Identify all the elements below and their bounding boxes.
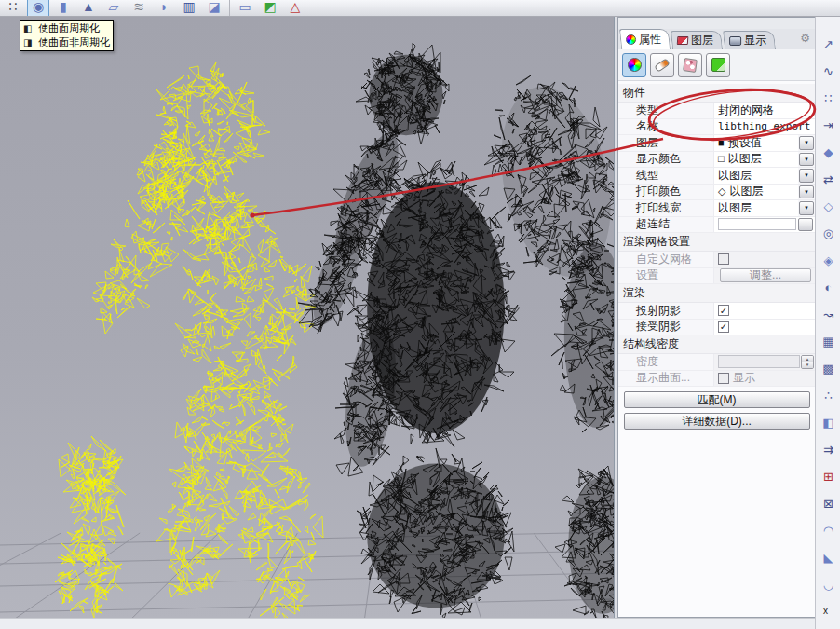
half-plane-tool-icon[interactable]: ◧ <box>818 412 839 433</box>
texture-icon <box>683 58 698 73</box>
display-color-swatch: □ <box>718 154 725 164</box>
sweep-surface-tool-icon[interactable]: ◡ <box>818 574 839 595</box>
menu-item-make-nonperiodic[interactable]: ◨ 使曲面非周期化 <box>23 35 110 49</box>
object-properties-view-button[interactable] <box>622 53 646 77</box>
crossed-frame-tool-icon[interactable]: ⊠ <box>818 493 839 514</box>
tab-properties-label: 属性 <box>639 32 661 48</box>
section-render-label: 渲染 <box>623 285 645 301</box>
panel-tabs: 属性 图层 显示 ⚙ <box>618 29 815 49</box>
cylinder-surface-tool-icon[interactable]: ▮ <box>52 0 75 17</box>
custom-mesh-checkbox[interactable] <box>718 253 729 265</box>
draft-angle-tool-icon[interactable]: △ <box>284 0 306 17</box>
details-button[interactable]: 详细数据(D)... <box>624 413 810 430</box>
control-points-grid-tool-icon[interactable]: ∷ <box>2 0 24 17</box>
analysis-rainbow-tool-icon[interactable]: ◩ <box>259 0 281 17</box>
cast-shadows-value: ✓ <box>713 303 815 319</box>
viewport-canvas[interactable] <box>0 17 614 618</box>
notes-view-button[interactable] <box>706 53 730 77</box>
section-render: 渲染 <box>618 284 815 303</box>
adjust-button[interactable]: 调整... <box>720 268 811 282</box>
cast-shadows-checkbox[interactable]: ✓ <box>718 305 729 316</box>
toolbar-close-icon[interactable]: x <box>823 606 828 616</box>
print-color-combobox[interactable]: ◇ 以图层 <box>713 185 798 200</box>
linetype-dropdown-arrow[interactable]: ▼ <box>799 169 814 183</box>
arrows-through-tool-icon[interactable]: ⇉ <box>818 439 839 460</box>
print-width-dropdown-arrow[interactable]: ▼ <box>799 201 814 215</box>
solid-box-tool-icon[interactable]: ◆ <box>818 142 839 163</box>
layer-label: 图层 <box>618 135 713 151</box>
dense-grid-tool-icon[interactable]: ▩ <box>818 358 839 379</box>
material-view-button[interactable] <box>650 53 674 77</box>
flip-direction-tool-icon[interactable]: ⇄ <box>818 169 839 190</box>
layer-combobox[interactable]: ■ 预设值 <box>713 135 798 151</box>
curve-on-surface-tool-icon[interactable]: ↝ <box>818 304 839 325</box>
grid-squares-tool-icon[interactable]: ▦ <box>818 331 839 352</box>
linked-frames-tool-icon[interactable]: ⊞ <box>818 466 839 487</box>
tab-display[interactable]: 显示 <box>723 31 776 49</box>
custom-mesh-value <box>713 252 815 267</box>
cast-shadows-label: 投射阴影 <box>618 303 713 319</box>
linetype-combobox[interactable]: 以图层 <box>713 168 798 184</box>
properties-rows: 物件 类型 封闭的网格 名称 libthing_export 图层 ■ 预设值 … <box>618 84 815 387</box>
extrude-tool-icon[interactable]: ◈ <box>818 250 839 271</box>
row-layer: 图层 ■ 预设值 ▼ <box>618 135 815 152</box>
selected-mesh-yellow[interactable] <box>55 62 323 618</box>
flip-surface-tool-icon[interactable]: ▱ <box>102 0 125 17</box>
menu-item-make-periodic[interactable]: ◧ 使曲面周期化 <box>23 21 110 35</box>
gear-icon[interactable]: ⚙ <box>800 32 810 45</box>
receive-shadows-checkbox[interactable]: ✓ <box>718 321 729 333</box>
print-width-combobox[interactable]: 以图层 <box>713 200 798 216</box>
row-density: 密度 ▴ ▾ <box>618 354 815 371</box>
point-cloud-tool-icon[interactable]: ∴ <box>818 385 839 406</box>
loft-surface-tool-icon[interactable]: ◣ <box>818 547 839 568</box>
arc-blend-tool-icon[interactable]: ◠ <box>818 520 839 541</box>
hyperlink-input[interactable] <box>718 218 796 230</box>
extend-surface-tool-icon[interactable]: ⇥ <box>818 115 839 136</box>
linetype-label: 线型 <box>618 168 713 184</box>
stacked-panels-tool-icon[interactable]: ▥ <box>178 0 200 17</box>
bend-surface-tool-icon[interactable]: ◪ <box>203 0 225 17</box>
hyperlink-browse-button[interactable]: ... <box>798 218 813 231</box>
periodic-surface-tool-icon[interactable]: ◉ <box>27 0 49 17</box>
layer-value-text: 预设值 <box>728 135 762 151</box>
layer-dropdown-arrow[interactable]: ▼ <box>799 136 814 150</box>
show-surface-checkbox[interactable] <box>718 373 729 384</box>
dashed-plane-tool-icon[interactable]: ▭ <box>234 0 256 17</box>
make-surface-nonperiodic-icon: ◨ <box>23 37 35 48</box>
tab-properties[interactable]: 属性 <box>619 29 671 49</box>
density-input[interactable] <box>718 355 800 368</box>
tab-layers[interactable]: 图层 <box>671 31 723 49</box>
menu-item-label: 使曲面周期化 <box>38 21 100 35</box>
layer-color-swatch: ■ <box>718 138 725 148</box>
perspective-viewport[interactable] <box>0 17 614 618</box>
print-width-label: 打印线宽 <box>618 200 713 216</box>
duplicate-squares-tool-icon[interactable]: ∷ <box>818 88 839 109</box>
display-color-combobox[interactable]: □ 以图层 <box>713 152 798 168</box>
patch-points-tool-icon[interactable]: ▲ <box>77 0 100 17</box>
name-value[interactable]: libthing_export <box>713 119 815 135</box>
spinner-down-icon[interactable]: ▾ <box>802 362 813 368</box>
row-show-surface: 显示曲面... 显示 <box>618 371 815 388</box>
diamond-surface-tool-icon[interactable]: ◇ <box>818 196 839 217</box>
properties-tab-icon <box>626 34 636 45</box>
hyperlink-label: 超连结 <box>618 217 713 233</box>
paint-tube-icon <box>654 58 671 73</box>
sphere-points-tool-icon[interactable]: ◎ <box>818 223 839 244</box>
blob-surface-tool-icon[interactable]: ◗ <box>153 0 175 17</box>
print-color-dropdown-arrow[interactable]: ▼ <box>799 185 814 199</box>
plane-trim-tool-icon[interactable]: ◐ <box>818 277 839 298</box>
density-spinner[interactable]: ▴ ▾ <box>801 355 814 369</box>
texture-mapping-view-button[interactable] <box>678 53 702 77</box>
row-receive-shadows: 接受阴影 ✓ <box>618 320 815 336</box>
render-mesh-tool-icon[interactable]: ≋ <box>128 0 150 17</box>
unselected-mesh-black[interactable] <box>298 43 614 618</box>
display-color-label: 显示颜色 <box>618 152 713 168</box>
status-bar <box>0 618 815 629</box>
curve-edit-tool-icon[interactable]: ∿ <box>818 61 839 82</box>
section-object-label: 物件 <box>623 85 645 101</box>
match-button[interactable]: 匹配(M) <box>624 391 810 408</box>
display-color-dropdown-arrow[interactable]: ▼ <box>799 153 814 167</box>
density-value: ▴ ▾ <box>713 354 815 370</box>
move-point-tool-icon[interactable]: ↗ <box>818 34 839 55</box>
right-toolbar: ↗∿∷⇥◆⇄◇◎◈◐↝▦▩∴◧⇉⊞⊠◠◣◡x <box>815 17 840 629</box>
